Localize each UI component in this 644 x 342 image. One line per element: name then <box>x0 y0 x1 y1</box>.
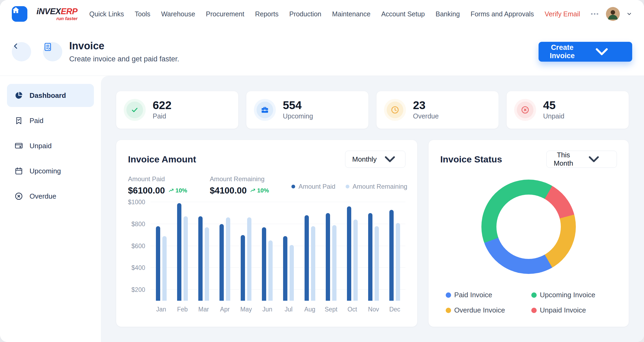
y-tick-label: $600 <box>131 242 145 250</box>
page-header: Invoice Create invoice and get paid fast… <box>0 28 644 76</box>
x-tick-label: Jul <box>278 306 299 313</box>
period-dropdown-monthly[interactable]: Monthly <box>345 151 405 168</box>
sidebar-item-overdue[interactable]: Overdue <box>7 185 94 208</box>
bar-amount-paid-dec <box>389 210 394 301</box>
bar-amount-remaining-aug <box>311 226 315 301</box>
chevron-down-icon <box>581 42 623 62</box>
legend-dot <box>291 185 295 188</box>
sidebar-item-upcoming[interactable]: Upcoming <box>7 159 94 183</box>
bar-chart-plot-column: JanFebMarAprMayJunJulAugSeptOctNovDec <box>151 202 405 313</box>
page-subtitle: Create invoice and get paid faster. <box>69 55 179 63</box>
app-logo: iNVEXERP run faster <box>36 7 78 21</box>
page-title: Invoice <box>69 40 179 52</box>
y-tick-label: $200 <box>131 286 145 293</box>
amount-metrics: Amount Paid$6100.0010%Amount Remaining$4… <box>128 175 269 196</box>
invoice-amount-header: Invoice Amount Monthly <box>128 151 405 168</box>
back-button[interactable] <box>12 42 31 61</box>
legend-label: Unpaid Invoice <box>540 306 586 314</box>
bar-group-mar <box>193 202 214 301</box>
bar-amount-remaining-nov <box>375 226 379 301</box>
stat-value: 622 <box>153 100 171 111</box>
invoice-status-title: Invoice Status <box>440 154 502 165</box>
nav-item-verify-email[interactable]: Verify Email <box>545 10 580 18</box>
metric-label: Amount Paid <box>128 175 187 183</box>
metric-label: Amount Remaining <box>210 175 269 183</box>
nav-item-account-setup[interactable]: Account Setup <box>381 10 425 18</box>
bar-amount-paid-aug <box>305 215 309 301</box>
avatar-image <box>606 7 620 21</box>
x-tick-label: Jun <box>257 306 278 313</box>
metric-amount-paid: Amount Paid$6100.0010% <box>128 175 187 196</box>
legend-item-overdue-invoice: Overdue Invoice <box>446 306 526 314</box>
metric-change: 10% <box>168 187 187 194</box>
page-body: DashboardPaidUnpaidUpcomingOverdue 622Pa… <box>0 76 644 342</box>
invoice-amount-bar-chart: $200$400$600$800$1000 JanFebMarAprMayJun… <box>128 202 405 313</box>
more-menu-button[interactable] <box>590 9 599 19</box>
create-invoice-label: Create Invoice <box>548 43 576 60</box>
logo-tagline: run faster <box>56 16 77 21</box>
nav-item-procurement[interactable]: Procurement <box>206 10 244 18</box>
sidebar-item-dashboard[interactable]: Dashboard <box>7 84 94 107</box>
nav-item-quick-links[interactable]: Quick Links <box>89 10 124 18</box>
nav-item-warehouse[interactable]: Warehouse <box>161 10 195 18</box>
trend-up-icon <box>168 188 174 194</box>
period-dropdown-this-month[interactable]: This Month <box>546 151 617 168</box>
home-button[interactable] <box>12 6 27 22</box>
bar-amount-paid-oct <box>347 206 351 301</box>
nav-item-tools[interactable]: Tools <box>135 10 150 18</box>
bar-chart-y-axis: $200$400$600$800$1000 <box>128 202 151 301</box>
user-avatar[interactable] <box>606 7 620 21</box>
nav-right-group <box>590 7 632 21</box>
bar-group-aug <box>299 202 320 301</box>
page-header-text: Invoice Create invoice and get paid fast… <box>69 40 179 63</box>
x-tick-label: Oct <box>342 306 363 313</box>
bar-group-dec <box>384 202 405 301</box>
y-tick-label: $400 <box>131 264 145 272</box>
nav-item-maintenance[interactable]: Maintenance <box>332 10 371 18</box>
legend-label: Paid Invoice <box>454 291 492 299</box>
chevron-down-icon <box>382 151 398 168</box>
trend-up-icon <box>250 188 256 194</box>
stat-label: Unpaid <box>543 112 564 120</box>
bar-amount-paid-feb <box>177 203 181 301</box>
bar-group-feb <box>172 202 193 301</box>
x-tick-label: Apr <box>214 306 235 313</box>
bar-group-jun <box>257 202 278 301</box>
x-tick-label: Feb <box>172 306 193 313</box>
nav-item-banking[interactable]: Banking <box>436 10 460 18</box>
legend-dot <box>531 292 537 298</box>
bar-group-nov <box>363 202 384 301</box>
bar-amount-remaining-apr <box>226 217 230 301</box>
sidebar-nav: DashboardPaidUnpaidUpcomingOverdue <box>0 76 101 342</box>
nav-item-production[interactable]: Production <box>289 10 321 18</box>
legend-label: Upcoming Invoice <box>540 291 595 299</box>
chevron-down-icon <box>578 151 610 168</box>
legend-dot <box>531 308 537 313</box>
x-tick-label: May <box>236 306 257 313</box>
sidebar-item-unpaid[interactable]: Unpaid <box>7 134 94 157</box>
metric-amount-remaining: Amount Remaining$4100.0010% <box>210 175 269 196</box>
sidebar-item-paid[interactable]: Paid <box>7 109 94 132</box>
invoice-icon <box>43 42 62 61</box>
x-tick-label: Nov <box>363 306 384 313</box>
invoice-status-donut-chart <box>481 180 576 274</box>
bar-amount-remaining-oct <box>353 220 358 301</box>
top-nav: iNVEXERP run faster Quick LinksToolsWare… <box>0 0 644 28</box>
nav-item-forms-and-approvals[interactable]: Forms and Approvals <box>471 10 534 18</box>
stat-text: 45Unpaid <box>543 100 564 120</box>
bar-amount-remaining-jul <box>290 245 294 301</box>
briefcase-icon <box>257 102 273 118</box>
card-x-icon <box>14 142 23 150</box>
stat-card-overdue: 23Overdue <box>376 91 499 129</box>
bar-amount-paid-jun <box>262 227 266 301</box>
bar-group-oct <box>342 202 363 301</box>
check-icon <box>126 102 143 118</box>
x-tick-label: Jan <box>151 306 172 313</box>
profile-menu-button[interactable] <box>626 11 632 17</box>
logo-text: iNVEXERP <box>36 7 78 16</box>
nav-item-reports[interactable]: Reports <box>255 10 279 18</box>
legend-dot <box>346 185 349 188</box>
create-invoice-button[interactable]: Create Invoice <box>539 42 632 62</box>
invoice-status-card: Invoice Status This Month Paid InvoiceUp… <box>428 140 629 327</box>
chevron-left-icon <box>12 42 31 61</box>
